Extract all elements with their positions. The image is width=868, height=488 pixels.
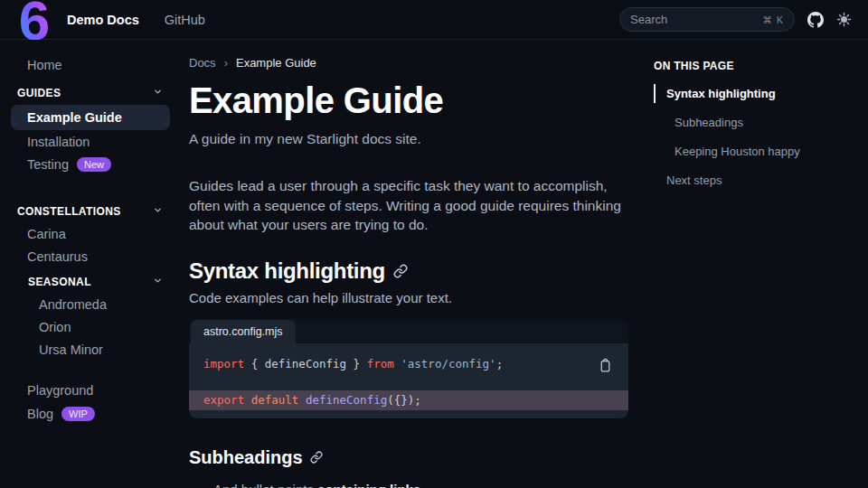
sidebar-item-orion[interactable]: Orion: [22, 316, 170, 338]
search-shortcut: ⌘ K: [763, 14, 784, 25]
section-heading-syntax: Syntax highlighting: [189, 258, 628, 284]
sidebar-item-example-guide[interactable]: Example Guide: [11, 105, 170, 130]
code-line-2-highlighted: export default defineConfig({});: [189, 390, 628, 410]
anchor-link-icon[interactable]: [310, 451, 323, 464]
code-body: import { defineConfig } from 'astro/conf…: [189, 343, 628, 418]
sidebar-item-installation[interactable]: Installation: [11, 131, 170, 153]
section-heading-text: Syntax highlighting: [189, 258, 385, 284]
clipboard-icon: [598, 358, 613, 376]
sidebar-group-guides[interactable]: GUIDES: [11, 82, 170, 104]
sidebar-item-label: Orion: [39, 320, 71, 334]
toc-item-subheadings[interactable]: Subheadings: [654, 113, 862, 132]
code-token: import: [203, 357, 244, 371]
breadcrumb-current: Example Guide: [236, 56, 316, 70]
main-content: Docs › Example Guide Example Guide A gui…: [189, 40, 628, 488]
github-icon: [807, 12, 824, 28]
sidebar-item-label: Carina: [27, 227, 66, 241]
section-heading-subheadings: Subheadings: [189, 447, 628, 468]
code-token: ({});: [387, 393, 421, 407]
sidebar-item-label: Blog: [27, 407, 53, 421]
sidebar-item-label: Centaurus: [27, 249, 88, 264]
page-subtitle: A guide in my new Starlight docs site.: [189, 131, 628, 147]
sidebar-group-seasonal[interactable]: SEASONAL: [22, 271, 170, 293]
page-title: Example Guide: [189, 80, 628, 121]
chevron-down-icon: [153, 276, 163, 288]
sidebar-item-carina[interactable]: Carina: [11, 223, 170, 245]
sidebar-spacer: [11, 361, 170, 380]
sun-icon: [836, 12, 852, 27]
code-token: from: [367, 357, 394, 371]
breadcrumb: Docs › Example Guide: [189, 56, 628, 70]
sidebar-item-blog[interactable]: Blog WIP: [11, 403, 170, 425]
bullet-item-links: And bullet points containing links.: [213, 481, 628, 488]
sidebar-subgroup-seasonal: SEASONAL Andromeda Orion Ursa Minor: [11, 271, 170, 361]
code-token: [244, 393, 251, 407]
sidebar-item-playground[interactable]: Playground: [11, 380, 170, 401]
theme-toggle-button[interactable]: [836, 12, 852, 27]
containing-links-link[interactable]: containing links: [317, 482, 420, 488]
code-token: { defineConfig }: [244, 357, 366, 371]
intro-paragraph: Guides lead a user through a specific ta…: [189, 176, 628, 235]
sidebar-spacer: [11, 176, 170, 194]
code-token: ;: [496, 357, 504, 371]
sidebar-group-guides-label: GUIDES: [17, 87, 61, 99]
wip-badge: WIP: [61, 407, 95, 421]
search-placeholder: Search: [630, 13, 667, 26]
sidebar-item-label: Testing: [27, 157, 69, 172]
toc-item-syntax-highlighting[interactable]: Syntax highlighting: [654, 84, 862, 103]
bullet-text: .: [420, 482, 424, 488]
code-block: astro.config.mjs import { defineConfig }…: [189, 319, 628, 418]
code-token: [298, 393, 306, 407]
on-this-page-panel: ON THIS PAGE Syntax highlighting Subhead…: [654, 40, 862, 200]
sidebar: Home GUIDES Example Guide Installation T…: [0, 40, 181, 488]
code-filename-tab: astro.config.mjs: [191, 320, 296, 343]
sidebar-group-constellations-label: CONSTELLATIONS: [17, 205, 121, 218]
new-badge: New: [77, 157, 111, 172]
code-line-1: import { defineConfig } from 'astro/conf…: [189, 354, 628, 374]
header-actions: Search ⌘ K: [619, 7, 852, 32]
section-heading-text: Subheadings: [189, 447, 303, 468]
code-tab-bar: astro.config.mjs: [189, 319, 628, 343]
bullet-list: And bullet points containing links. Or n…: [189, 481, 628, 488]
toc-list: Syntax highlighting Subheadings Keeping …: [654, 84, 862, 190]
code-token: export: [203, 393, 244, 407]
sidebar-item-testing[interactable]: Testing New: [11, 154, 170, 175]
sidebar-item-andromeda[interactable]: Andromeda: [22, 294, 170, 315]
sidebar-group-seasonal-label: SEASONAL: [28, 276, 91, 288]
top-header: 6 Demo Docs GitHub Search ⌘ K: [0, 0, 868, 40]
toc-item-keeping-houston-happy[interactable]: Keeping Houston happy: [654, 142, 862, 161]
nav-link-github[interactable]: GitHub: [165, 13, 205, 27]
chevron-down-icon: [153, 87, 163, 99]
code-token: default: [251, 393, 299, 407]
anchor-link-icon[interactable]: [393, 264, 408, 278]
code-line-empty: [189, 374, 628, 390]
section-lead: Code examples can help illustrate your t…: [189, 290, 628, 305]
code-token: 'astro/config': [401, 357, 495, 371]
toc-heading: ON THIS PAGE: [654, 60, 862, 72]
sidebar-item-label: Installation: [27, 135, 90, 149]
sidebar-item-ursa-minor[interactable]: Ursa Minor: [22, 339, 170, 361]
chevron-right-icon: ›: [224, 56, 228, 70]
bullet-text: And bullet points: [213, 482, 317, 488]
chevron-down-icon: [153, 205, 163, 218]
sidebar-item-label: Andromeda: [39, 297, 107, 312]
sidebar-item-centaurus[interactable]: Centaurus: [11, 246, 170, 267]
breadcrumb-root[interactable]: Docs: [189, 56, 216, 70]
logo-glyph: 6: [19, 1, 50, 40]
code-token: defineConfig: [306, 393, 387, 407]
copy-code-button[interactable]: [591, 353, 618, 380]
toc-item-next-steps[interactable]: Next steps: [654, 171, 862, 190]
site-logo[interactable]: 6: [13, 0, 56, 40]
site-title[interactable]: Demo Docs: [67, 13, 139, 27]
sidebar-group-constellations[interactable]: CONSTELLATIONS: [11, 201, 170, 222]
sidebar-item-home[interactable]: Home: [11, 54, 170, 76]
sidebar-item-label: Ursa Minor: [39, 343, 103, 357]
sidebar-item-label: Example Guide: [27, 110, 122, 125]
github-link-button[interactable]: [807, 12, 824, 28]
search-input[interactable]: Search ⌘ K: [619, 7, 795, 32]
